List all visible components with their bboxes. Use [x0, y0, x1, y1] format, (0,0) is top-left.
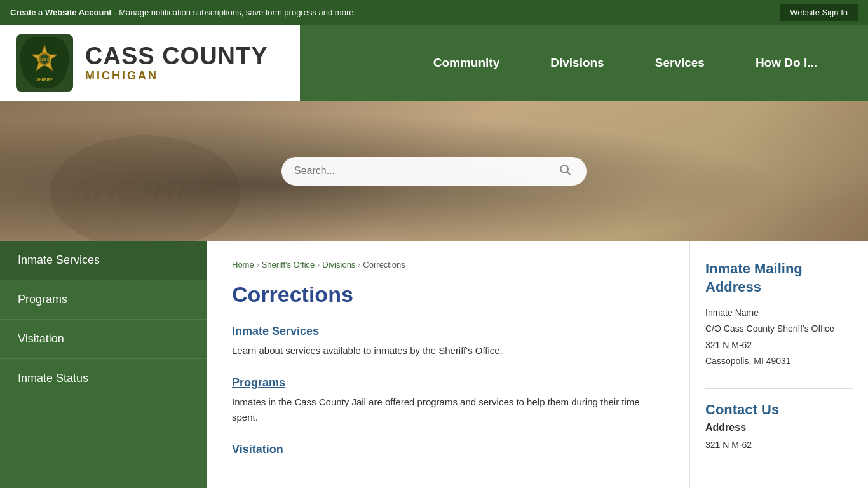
top-bar-left: Create a Website Account - Manage notifi…: [10, 8, 356, 17]
section-visitation: Visitation: [232, 443, 664, 461]
svg-text:SHERIFF: SHERIFF: [71, 175, 219, 208]
breadcrumb-divisions[interactable]: Divisions: [322, 260, 355, 269]
top-bar: Create a Website Account - Manage notifi…: [0, 0, 868, 25]
section-desc-inmate-services: Learn about services available to inmate…: [232, 343, 664, 358]
search-input[interactable]: [294, 165, 556, 177]
mailing-line-2: C/O Cass County Sheriff's Office: [705, 321, 853, 337]
section-desc-programs: Inmates in the Cass County Jail are offe…: [232, 395, 664, 425]
sidebar-item-inmate-services[interactable]: Inmate Services: [0, 241, 207, 280]
breadcrumb-sep-1: ›: [257, 261, 259, 269]
content-area: Inmate Services Programs Visitation Inma…: [0, 241, 868, 488]
search-bar: [281, 157, 587, 186]
county-name: CASS COUNTY MICHIGAN: [85, 43, 268, 83]
nav-item-divisions[interactable]: Divisions: [525, 56, 629, 70]
section-programs: Programs Inmates in the Cass County Jail…: [232, 376, 664, 425]
contact-us-title: Contact Us: [705, 402, 853, 418]
breadcrumb-sep-2: ›: [317, 261, 320, 269]
sheriff-badge: CASS CO SHERIFF: [13, 31, 76, 95]
breadcrumb-home[interactable]: Home: [232, 260, 254, 269]
nav-item-services[interactable]: Services: [630, 56, 730, 70]
svg-text:SHERIFF: SHERIFF: [36, 78, 53, 81]
svg-line-9: [567, 172, 571, 175]
county-title: CASS COUNTY: [85, 43, 268, 70]
sidebar-item-inmate-status[interactable]: Inmate Status: [0, 359, 207, 398]
sidebar-item-visitation[interactable]: Visitation: [0, 320, 207, 359]
contact-address-content: 321 N M-62: [705, 437, 853, 453]
mailing-address-content: Inmate Name C/O Cass County Sheriff's Of…: [705, 305, 853, 369]
top-bar-suffix: - Manage notification subscriptions, sav…: [114, 8, 356, 17]
breadcrumb-current: Corrections: [363, 260, 405, 269]
hero-banner: SHERIFF: [0, 101, 868, 241]
breadcrumb: Home › Sheriff's Office › Divisions › Co…: [232, 260, 664, 269]
breadcrumb-sep-3: ›: [358, 261, 360, 269]
section-inmate-services: Inmate Services Learn about services ava…: [232, 325, 664, 358]
breadcrumb-sheriffs-office[interactable]: Sheriff's Office: [262, 260, 315, 269]
section-title-inmate-services[interactable]: Inmate Services: [232, 325, 319, 338]
search-button[interactable]: [556, 163, 574, 179]
website-signin-button[interactable]: Website Sign In: [780, 4, 858, 21]
mailing-address-title: Inmate Mailing Address: [705, 260, 853, 296]
section-title-visitation[interactable]: Visitation: [232, 443, 283, 456]
mailing-line-4: Cassopolis, MI 49031: [705, 353, 853, 369]
mailing-line-3: 321 N M-62: [705, 337, 853, 353]
page-title: Corrections: [232, 282, 664, 307]
main-content: Home › Sheriff's Office › Divisions › Co…: [207, 241, 690, 488]
sidebar-item-programs[interactable]: Programs: [0, 280, 207, 320]
create-account-link[interactable]: Create a Website Account: [10, 8, 112, 17]
contact-line-1: 321 N M-62: [705, 437, 853, 453]
main-nav: Community Divisions Services How Do I...: [300, 25, 868, 101]
contact-address-subtitle: Address: [705, 422, 853, 433]
county-subtitle: MICHIGAN: [85, 70, 268, 83]
nav-item-how-do-i[interactable]: How Do I...: [730, 56, 843, 70]
svg-point-8: [560, 165, 568, 173]
section-title-programs[interactable]: Programs: [232, 376, 285, 390]
right-panel: Inmate Mailing Address Inmate Name C/O C…: [690, 241, 868, 488]
nav-item-community[interactable]: Community: [408, 56, 526, 70]
svg-text:CASS CO: CASS CO: [37, 58, 52, 62]
mailing-line-1: Inmate Name: [705, 305, 853, 321]
divider: [705, 388, 853, 389]
logo-area: CASS CO SHERIFF CASS COUNTY MICHIGAN: [13, 31, 268, 95]
sidebar: Inmate Services Programs Visitation Inma…: [0, 241, 207, 488]
